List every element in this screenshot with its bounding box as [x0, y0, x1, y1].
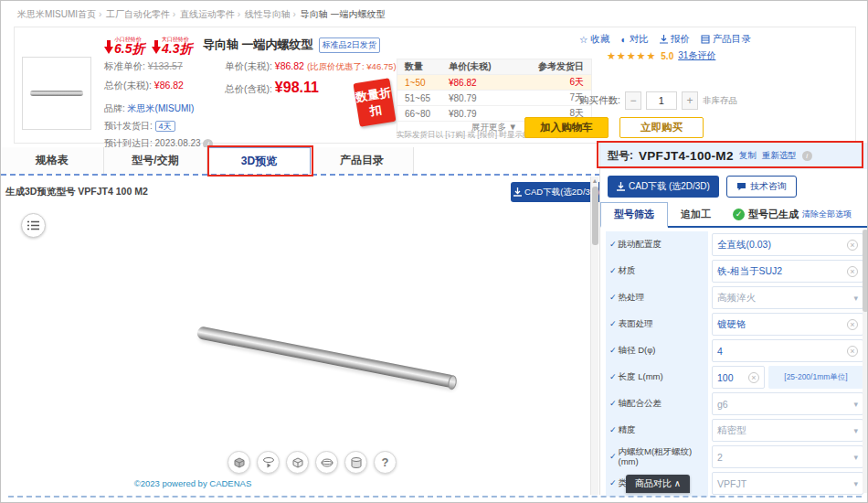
option-row-material: 材质 铁-相当于SUJ2 [606, 258, 863, 284]
product-thumbnail-rod-image [30, 91, 83, 96]
check-icon [609, 400, 617, 409]
panel-buttons: CAD下载 (选2D/3D) 技术咨询 [600, 169, 868, 203]
quote-button[interactable]: 报价 [660, 33, 690, 46]
option-value-field[interactable]: 4 [712, 339, 863, 362]
panel-tab-filter[interactable]: 型号筛选 [600, 202, 668, 228]
check-icon [609, 479, 617, 488]
tech-support-button[interactable]: 技术咨询 [726, 176, 797, 198]
product-compare-button[interactable]: 商品对比 ∧ [626, 475, 690, 493]
tier-qty: 66~80 [397, 109, 449, 119]
reviews-link[interactable]: 31条评价 [678, 49, 715, 62]
chevron-down-icon[interactable] [853, 479, 858, 488]
textured-view-icon[interactable] [228, 451, 250, 474]
option-value-field[interactable]: 铁-相当于SUJ2 [712, 260, 863, 283]
tab-product-catalog[interactable]: 产品目录 [311, 147, 414, 174]
unit-price-note: (比原价优惠了: ¥46.75) [307, 61, 397, 71]
favorite-button[interactable]: ☆收藏 [579, 33, 609, 46]
panel-tab-additional-work[interactable]: 追加工 [668, 203, 724, 226]
unit-price-label: 单价(未税): [225, 60, 272, 71]
option-value-field[interactable]: 100 [712, 366, 765, 389]
info-icon[interactable] [802, 151, 812, 161]
solid-view-icon[interactable] [286, 451, 309, 474]
brand-label: 品牌: [104, 103, 125, 113]
option-value-field[interactable]: 镀硬铬 [712, 313, 863, 336]
tab-spec-table[interactable]: 规格表 [1, 147, 104, 174]
tier-qty: 1~50 [397, 78, 449, 88]
total-ex-tax-value: ¥86.82 [154, 80, 184, 91]
breadcrumb-home[interactable]: 米思米MISUMI首页 [17, 9, 104, 19]
content-tab-bar: 规格表 型号/交期 3D预览 产品目录 [1, 147, 600, 176]
chevron-down-icon[interactable] [853, 400, 858, 409]
buy-now-button[interactable]: 立即购买 [619, 117, 704, 138]
copy-model-link[interactable]: 复制 [739, 150, 757, 162]
quantity-input[interactable]: 1 [646, 91, 677, 110]
option-row-surface-treatment: 表面处理 镀硬铬 [606, 311, 863, 337]
check-icon [609, 373, 617, 382]
option-row-length: 长度 L(mm) 100 [25-200/1mm单位] [606, 364, 863, 391]
check-icon [609, 294, 617, 303]
download-icon [513, 187, 522, 197]
viewer-cad-download-button[interactable]: CAD下载(选2D/3D) [511, 182, 602, 202]
quantity-plus-button[interactable]: + [682, 91, 698, 110]
quote-label: 报价 [671, 33, 690, 46]
option-select-field[interactable]: 2 [712, 445, 863, 468]
chevron-down-icon[interactable] [853, 294, 858, 303]
shipping-badge: 标准品2日发货 [319, 37, 380, 53]
clear-icon[interactable] [748, 372, 759, 383]
chevron-down-icon[interactable] [853, 426, 858, 435]
download-icon [617, 182, 625, 191]
ship-date-label: 预计发货日: [104, 121, 153, 131]
option-select-field[interactable]: 精密型 [712, 419, 863, 442]
brand-link[interactable]: 米思米(MISUMI) [128, 103, 195, 113]
scroll-up-arrow-icon[interactable]: ▲ [591, 177, 598, 186]
reselect-link[interactable]: 重新选型 [762, 150, 797, 162]
cylinder-view-icon[interactable] [344, 451, 367, 474]
viewer-scrollbar[interactable]: ▲ [590, 177, 598, 495]
add-to-cart-button[interactable]: 加入购物车 [524, 117, 609, 138]
chevron-down-icon[interactable] [853, 453, 858, 462]
check-icon [609, 267, 617, 276]
clear-icon[interactable] [847, 240, 858, 251]
scrollbar-thumb[interactable] [863, 230, 868, 312]
panel-cad-download-button[interactable]: CAD下载 (选2D/3D) [608, 176, 719, 198]
help-icon[interactable]: ? [374, 451, 397, 474]
viewer-menu-button[interactable] [21, 213, 46, 238]
option-select-field[interactable]: VPFJT [712, 472, 863, 495]
3d-shaft-model[interactable] [196, 326, 457, 389]
breadcrumb-guide-shafts[interactable]: 线性导向轴 [245, 9, 299, 19]
clear-icon[interactable] [847, 266, 858, 277]
option-value-field[interactable]: 全直线(0.03) [712, 233, 863, 256]
animation-icon[interactable] [257, 451, 280, 474]
standard-price-label: 标准单价: [104, 60, 145, 71]
breadcrumb-fa-parts[interactable]: 工厂自动化零件 [106, 9, 178, 19]
quantity-minus-button[interactable]: − [625, 91, 641, 110]
clear-icon[interactable] [847, 319, 858, 330]
panel-tab-bar: 型号筛选 追加工 型号已生成 清除全部选项 [600, 203, 868, 228]
viewer-toolbar: ? [228, 451, 397, 474]
option-select-field[interactable]: 高频淬火 [712, 286, 863, 309]
scrollbar-thumb[interactable] [592, 187, 598, 245]
catalog-book-icon [701, 35, 710, 44]
wireframe-view-icon[interactable] [315, 451, 338, 474]
clear-all-link[interactable]: 清除全部选项 [802, 209, 852, 220]
option-label: 长度 L(mm) [606, 364, 708, 391]
option-select-field[interactable]: g6 [712, 392, 863, 415]
catalog-button[interactable]: 产品目录 [701, 33, 751, 46]
product-thumbnail[interactable] [22, 57, 91, 130]
panel-scrollbar[interactable] [863, 230, 868, 493]
tier-price: ¥86.82 [449, 78, 525, 88]
breadcrumb: 米思米MISUMI首页 工厂自动化零件 直线运动零件 线性导向轴 导向轴 一端内… [17, 8, 386, 21]
breadcrumb-linear-motion[interactable]: 直线运动零件 [180, 9, 243, 19]
cadenas-link[interactable]: ©2023 powered by CADENAS [134, 478, 251, 488]
model-generated-status: 型号已生成 清除全部选项 [733, 208, 852, 226]
compare-button[interactable]: ◐对比 [620, 33, 648, 46]
download-icon [660, 35, 668, 44]
check-icon [609, 241, 617, 250]
tab-model-delivery[interactable]: 型号/交期 [104, 147, 207, 174]
clear-icon[interactable] [847, 346, 858, 357]
3d-viewer[interactable]: 生成3D预览型号 VPFJT4 100 M2 CAD下载(选2D/3D) [1, 177, 590, 495]
list-icon [27, 220, 39, 230]
tab-3d-preview[interactable]: 3D预览 [207, 147, 311, 174]
length-range-hint: [25-200/1mm单位] [768, 366, 863, 389]
option-label: 表面处理 [606, 311, 708, 337]
